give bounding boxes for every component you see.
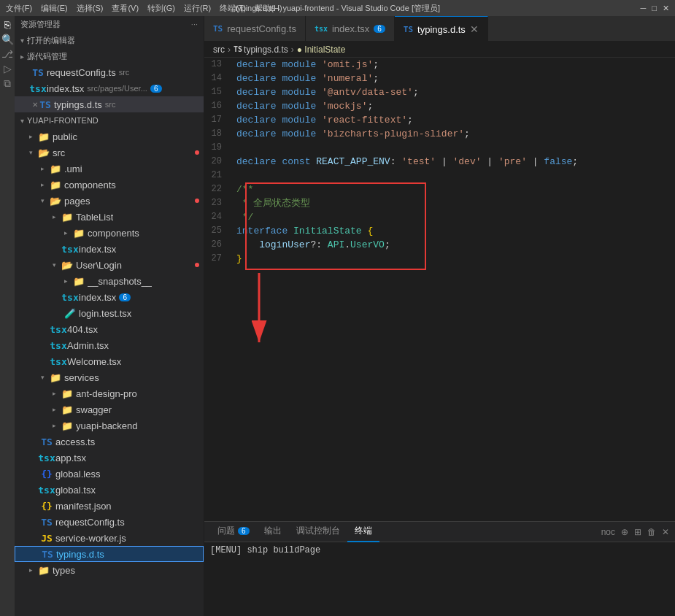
menu-view[interactable]: 查看(V) — [112, 3, 139, 14]
menu-file[interactable]: 文件(F) — [6, 3, 32, 14]
breadcrumb-part[interactable]: src — [213, 45, 225, 55]
tree-ant-design-pro[interactable]: ▸ 📁 ant-design-pro — [15, 385, 204, 401]
source-control-icon[interactable]: ⎇ — [1, 48, 13, 60]
code-content: declare module 'react-fittext'; — [234, 113, 675, 127]
tree-snapshots[interactable]: ▸ 📁 __snapshots__ — [15, 273, 204, 289]
tree-requestconfig[interactable]: TS requestConfig.ts — [15, 514, 204, 530]
tree-404[interactable]: tsx 404.tsx — [15, 321, 204, 337]
code-content: declare module 'omit.js'; — [234, 58, 675, 72]
code-editor[interactable]: 13 declare module 'omit.js'; 14 declare … — [204, 58, 675, 521]
tree-access[interactable]: TS access.ts — [15, 434, 204, 450]
code-content: /** — [234, 182, 675, 196]
tsx-icon: tsx — [64, 243, 76, 255]
tree-global-less[interactable]: {} global.less — [15, 466, 204, 482]
tree-services[interactable]: ▾ 📁 services — [15, 369, 204, 385]
tree-ul-index[interactable]: tsx index.tsx 6 — [15, 289, 204, 305]
code-content: * 全局状态类型 — [234, 196, 675, 210]
folder-icon: 📁 — [73, 227, 85, 239]
menu-edit[interactable]: 编辑(E) — [41, 3, 68, 14]
tree-src[interactable]: ▾ 📂 src — [15, 145, 204, 161]
tab-badge: 6 — [374, 25, 385, 33]
project-header[interactable]: ▾ YUAPI-FRONTEND — [15, 112, 204, 128]
error-badge: 6 — [119, 293, 131, 301]
tsx-icon: tsx — [315, 25, 328, 33]
tree-tablelist[interactable]: ▸ 📁 TableList — [15, 209, 204, 225]
tree-service-worker[interactable]: JS service-worker.js — [15, 530, 204, 546]
explorer-header[interactable]: 资源管理器 ··· — [15, 16, 204, 32]
menu-select[interactable]: 选择(S) — [77, 3, 104, 14]
panel-tab-terminal[interactable]: 终端 — [347, 522, 379, 542]
menu-run[interactable]: 运行(R) — [184, 3, 211, 14]
code-line: 26 loginUser?: API.UserVO; — [204, 238, 675, 252]
panel-tab-label: 终端 — [355, 525, 372, 537]
open-editors-header[interactable]: ▾ 打开的编辑器 — [15, 32, 204, 48]
ts-icon: TS — [42, 548, 53, 560]
maximize-button[interactable]: □ — [652, 4, 657, 13]
explorer-dots[interactable]: ··· — [191, 20, 198, 28]
open-file-index[interactable]: tsx index.tsx src/pages/User... 6 — [15, 80, 204, 96]
code-line: 25 interface InitialState { — [204, 224, 675, 238]
error-dot — [195, 263, 199, 267]
tree-swagger[interactable]: ▸ 📁 swagger — [15, 401, 204, 417]
tree-admin[interactable]: tsx Admin.tsx — [15, 337, 204, 353]
tsx-icon: tsx — [53, 355, 64, 367]
breadcrumb-part[interactable]: typings.d.ts — [244, 45, 288, 55]
line-number: 19 — [204, 141, 234, 155]
panel-controls[interactable]: noc ⊕ ⊞ 🗑 ✕ — [601, 527, 669, 537]
code-line: 14 declare module 'numeral'; — [204, 72, 675, 85]
minimize-button[interactable]: ─ — [641, 4, 647, 13]
tab-typings[interactable]: TS typings.d.ts ✕ — [395, 16, 488, 42]
menu-goto[interactable]: 转到(G) — [147, 3, 175, 14]
folder-icon: 📁 — [61, 420, 73, 431]
line-number: 26 — [204, 238, 234, 252]
line-number: 25 — [204, 224, 234, 238]
open-file-requestconfig[interactable]: TS requestConfig.ts src — [15, 64, 204, 80]
tree-typings[interactable]: TS typings.d.ts — [15, 546, 204, 562]
tree-pages[interactable]: ▾ 📂 pages — [15, 193, 204, 209]
tree-app[interactable]: tsx app.tsx — [15, 450, 204, 466]
folder-icon: 📁 — [38, 564, 50, 576]
tree-tl-index[interactable]: tsx index.tsx — [15, 241, 204, 257]
tree-global-tsx[interactable]: tsx global.tsx — [15, 482, 204, 498]
open-file-typings[interactable]: ✕ TS typings.d.ts src — [15, 96, 204, 112]
tsx-icon: tsx — [53, 339, 64, 351]
file-label: manifest.json — [55, 501, 112, 512]
tree-tl-components[interactable]: ▸ 📁 components — [15, 225, 204, 241]
tree-manifest[interactable]: {} manifest.json — [15, 498, 204, 514]
tree-welcome[interactable]: tsx Welcome.tsx — [15, 353, 204, 369]
tree-userlogin[interactable]: ▾ 📂 User\Login — [15, 257, 204, 273]
folder-label: types — [53, 565, 75, 576]
tab-close-button[interactable]: ✕ — [470, 24, 479, 34]
tab-requestconfig[interactable]: TS requestConfig.ts — [204, 16, 306, 42]
code-table: 13 declare module 'omit.js'; 14 declare … — [204, 58, 675, 266]
panel-close-icon[interactable]: ✕ — [662, 527, 669, 537]
less-icon: {} — [41, 468, 53, 480]
file-label: Admin.tsx — [67, 340, 109, 351]
source-control-header[interactable]: ▸ 源代码管理 — [15, 48, 204, 64]
search-icon[interactable]: 🔍 — [1, 34, 13, 45]
breadcrumb-symbol[interactable]: ● InitialState — [297, 45, 346, 55]
tree-yuapi-backend[interactable]: ▸ 📁 yuapi-backend — [15, 417, 204, 434]
line-number: 20 — [204, 155, 234, 169]
explorer-icon[interactable]: ⎘ — [1, 19, 13, 31]
panel-tab-debug[interactable]: 调试控制台 — [289, 522, 347, 542]
tab-index[interactable]: tsx index.tsx 6 — [306, 16, 395, 42]
tree-types[interactable]: ▸ 📁 types — [15, 562, 204, 578]
tab-label: index.tsx — [332, 23, 369, 34]
panel-tab-problems[interactable]: 问题 6 — [210, 522, 257, 542]
window-controls[interactable]: ─ □ ✕ — [641, 4, 669, 13]
debug-icon[interactable]: ▷ — [1, 63, 13, 74]
extensions-icon[interactable]: ⧉ — [1, 77, 13, 89]
tree-components[interactable]: ▸ 📁 components — [15, 177, 204, 193]
panel-split-icon[interactable]: ⊞ — [634, 527, 641, 537]
panel-plus-icon[interactable]: ⊕ — [621, 527, 628, 537]
close-button[interactable]: ✕ — [663, 4, 669, 13]
tree-logintest[interactable]: 🧪 login.test.tsx — [15, 305, 204, 321]
file-label: requestConfig.ts — [55, 517, 125, 528]
tree-umi[interactable]: ▸ 📁 .umi — [15, 161, 204, 177]
code-content: declare const REACT_APP_ENV: 'test' | 'd… — [234, 155, 675, 169]
file-label: 404.tsx — [67, 324, 98, 335]
panel-tab-output[interactable]: 输出 — [257, 522, 289, 542]
panel-trash-icon[interactable]: 🗑 — [647, 527, 656, 537]
tree-public[interactable]: ▸ 📁 public — [15, 128, 204, 145]
